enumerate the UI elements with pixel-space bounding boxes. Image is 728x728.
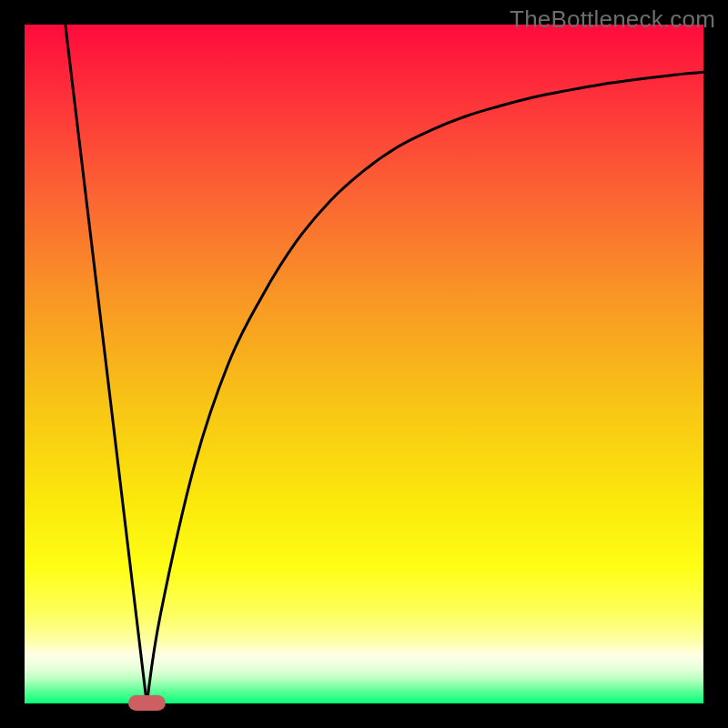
- watermark-text: TheBottleneck.com: [510, 5, 715, 34]
- plot-area: [25, 25, 703, 703]
- gradient-background: [25, 25, 703, 703]
- bottleneck-marker: [128, 695, 166, 711]
- gradient-plot: [25, 25, 703, 703]
- chart-frame: TheBottleneck.com: [0, 0, 728, 728]
